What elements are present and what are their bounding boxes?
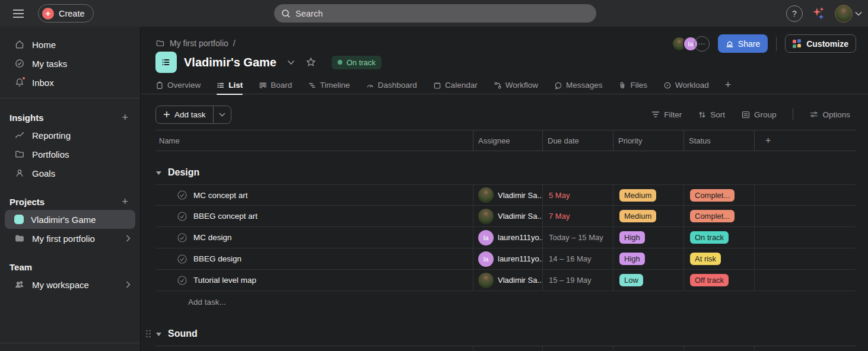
assignee-cell[interactable]: Vladimir Sa... bbox=[473, 270, 543, 291]
title-dropdown-button[interactable] bbox=[287, 60, 295, 65]
sidebar-item-goals[interactable]: Goals bbox=[0, 164, 140, 183]
member-avatar-stack[interactable]: la ⋯ bbox=[672, 36, 710, 52]
priority-cell[interactable]: High bbox=[613, 227, 684, 248]
group-button[interactable]: Group bbox=[742, 110, 777, 119]
table-row[interactable]: MC design la lauren111yo... Today – 15 M… bbox=[155, 227, 856, 248]
task-name-cell bbox=[155, 346, 473, 351]
sidebar-item-my-workspace[interactable]: My workspace bbox=[0, 275, 140, 294]
status-cell[interactable]: At risk bbox=[684, 248, 755, 269]
table-row[interactable]: MC concept art Vladimir Sa... 5 May Medi… bbox=[155, 184, 856, 206]
star-button[interactable] bbox=[306, 57, 316, 68]
add-task-button[interactable]: Add task bbox=[156, 106, 213, 123]
add-insight-button[interactable]: + bbox=[119, 111, 131, 124]
add-task-dropdown-button[interactable] bbox=[213, 106, 231, 123]
collapse-caret-icon[interactable] bbox=[155, 170, 162, 176]
section-header-sound[interactable]: Sound bbox=[155, 322, 856, 346]
task-name-cell[interactable]: Tutorial level map bbox=[155, 270, 473, 291]
sidebar-item-label: My workspace bbox=[32, 280, 89, 290]
add-task-row[interactable]: Add task... bbox=[155, 291, 856, 312]
column-header-due-date[interactable]: Due date bbox=[543, 130, 613, 151]
priority-cell[interactable]: Low bbox=[613, 270, 684, 291]
tab-messages[interactable]: Messages bbox=[554, 76, 603, 94]
sidebar-item-vladimirs-game[interactable]: Vladimir's Game bbox=[5, 210, 135, 229]
add-view-button[interactable]: + bbox=[725, 79, 732, 91]
priority-cell[interactable]: Medium bbox=[613, 206, 684, 226]
tab-board[interactable]: Board bbox=[259, 76, 292, 94]
task-name-cell[interactable]: MC design bbox=[155, 227, 473, 248]
people-icon bbox=[14, 279, 25, 290]
status-cell[interactable]: Complet... bbox=[684, 185, 755, 205]
project-status-badge[interactable]: On track bbox=[332, 56, 381, 69]
tab-dashboard[interactable]: Dashboard bbox=[366, 76, 417, 94]
check-circle-icon[interactable] bbox=[177, 275, 187, 286]
search-input[interactable] bbox=[295, 9, 589, 18]
column-header-assignee[interactable]: Assignee bbox=[473, 130, 543, 151]
breadcrumb-portfolio-link[interactable]: My first portfolio bbox=[170, 39, 228, 48]
help-button[interactable]: ? bbox=[786, 5, 803, 22]
create-button[interactable]: + Create bbox=[38, 4, 94, 23]
priority-cell[interactable]: Medium bbox=[613, 185, 684, 205]
status-cell[interactable]: Complet... bbox=[684, 206, 755, 226]
tab-workload[interactable]: Workload bbox=[663, 76, 709, 94]
options-button[interactable]: Options bbox=[810, 110, 850, 119]
column-header-status[interactable]: Status bbox=[684, 130, 755, 151]
check-circle-icon[interactable] bbox=[177, 232, 187, 243]
add-column-button[interactable]: + bbox=[755, 130, 856, 151]
filter-button[interactable]: Filter bbox=[651, 110, 682, 119]
tab-calendar[interactable]: Calendar bbox=[433, 76, 478, 94]
column-header-name[interactable]: Name bbox=[155, 130, 473, 151]
assignee-cell[interactable]: la lauren111yo... bbox=[473, 227, 543, 248]
assignee-cell[interactable]: Vladimir Sa... bbox=[473, 206, 543, 226]
account-menu[interactable] bbox=[835, 5, 862, 23]
due-date-cell[interactable]: 15 – 19 May bbox=[543, 270, 613, 291]
tab-label: Calendar bbox=[445, 81, 478, 90]
table-row[interactable]: BBEG concept art Vladimir Sa... 7 May Me… bbox=[155, 206, 856, 227]
timeline-icon bbox=[308, 81, 316, 90]
task-name-cell[interactable]: BBEG design bbox=[155, 248, 473, 269]
column-header-priority[interactable]: Priority bbox=[613, 130, 684, 151]
tab-timeline[interactable]: Timeline bbox=[308, 76, 350, 94]
add-project-button[interactable]: + bbox=[119, 196, 131, 208]
tab-list[interactable]: List bbox=[217, 76, 243, 94]
status-cell[interactable]: On track bbox=[684, 227, 755, 248]
due-date-cell[interactable]: 14 – 16 May bbox=[543, 248, 613, 269]
sidebar-item-reporting[interactable]: Reporting bbox=[0, 126, 140, 145]
customize-button[interactable]: Customize bbox=[785, 34, 856, 53]
due-date-cell[interactable]: Today – 15 May bbox=[543, 227, 613, 248]
sidebar-toggle-button[interactable] bbox=[7, 5, 30, 23]
board-icon bbox=[259, 81, 267, 90]
sidebar-item-portfolios[interactable]: Portfolios bbox=[0, 145, 140, 164]
more-members-button[interactable]: ⋯ bbox=[694, 36, 710, 52]
table-row[interactable]: Tutorial level map Vladimir Sa... 15 – 1… bbox=[155, 270, 856, 291]
share-button[interactable]: Share bbox=[718, 34, 768, 53]
due-date-cell[interactable]: 7 May bbox=[543, 206, 613, 226]
sort-button[interactable]: Sort bbox=[698, 110, 725, 119]
hamburger-icon bbox=[12, 9, 24, 18]
task-name-cell[interactable]: BBEG concept art bbox=[155, 206, 473, 226]
section-header-design[interactable]: Design bbox=[155, 161, 856, 184]
sidebar-item-my-tasks[interactable]: My tasks bbox=[0, 54, 140, 73]
check-circle-icon[interactable] bbox=[177, 211, 187, 222]
search-bar[interactable] bbox=[274, 4, 596, 23]
assignee-cell[interactable]: la lauren111yo... bbox=[473, 248, 543, 269]
tab-workflow[interactable]: Workflow bbox=[494, 76, 538, 94]
check-circle-icon[interactable] bbox=[177, 190, 187, 200]
drag-handle-icon[interactable] bbox=[145, 330, 151, 338]
due-date-cell[interactable]: 5 May bbox=[543, 185, 613, 205]
assignee-avatar bbox=[478, 273, 494, 288]
sidebar-item-my-first-portfolio[interactable]: My first portfolio bbox=[0, 229, 140, 248]
sidebar-item-home[interactable]: Home bbox=[0, 35, 140, 54]
sidebar-item-label: Reporting bbox=[32, 130, 71, 141]
priority-cell[interactable]: High bbox=[613, 248, 684, 269]
status-cell[interactable]: Off track bbox=[684, 270, 755, 291]
task-name-cell[interactable]: MC concept art bbox=[155, 185, 473, 205]
add-task-button-group: Add task bbox=[155, 106, 231, 124]
table-row[interactable]: BBEG design la lauren111yo... 14 – 16 Ma… bbox=[155, 248, 856, 270]
tab-overview[interactable]: Overview bbox=[155, 76, 201, 94]
check-circle-icon[interactable] bbox=[177, 254, 187, 264]
assignee-cell[interactable]: Vladimir Sa... bbox=[473, 185, 543, 205]
sidebar-item-inbox[interactable]: Inbox bbox=[0, 73, 140, 92]
collapse-caret-icon[interactable] bbox=[155, 331, 162, 337]
tab-files[interactable]: Files bbox=[618, 76, 647, 94]
ai-sparkle-button[interactable] bbox=[811, 6, 826, 21]
